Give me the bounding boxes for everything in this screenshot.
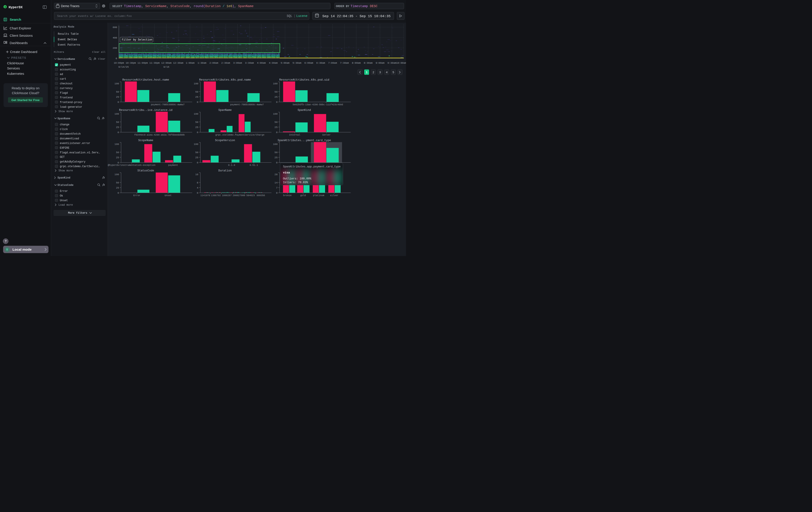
svg-text:frontend: frontend — [60, 96, 73, 99]
svg-text:Show more: Show more — [58, 110, 73, 113]
svg-text:Error: Error — [60, 190, 68, 193]
svg-text:Results Table: Results Table — [58, 32, 79, 36]
svg-text:Ok: Ok — [60, 194, 63, 197]
svg-text:Kubernetes: Kubernetes — [7, 72, 24, 76]
svg-text:frontend-proxy: frontend-proxy — [60, 101, 82, 104]
svg-text:ad: ad — [60, 73, 63, 76]
svg-text:Search: Search — [10, 18, 21, 21]
svg-text:HyperDX: HyperDX — [9, 5, 23, 9]
svg-text:Create Dashboard: Create Dashboard — [10, 50, 37, 54]
svg-text:Sep 14 22:04:35 - Sep 15 10:04: Sep 14 22:04:35 - Sep 15 10:04:35 — [322, 14, 391, 18]
svg-text:accounting: accounting — [60, 68, 76, 71]
svg-text:,: , — [190, 4, 192, 8]
svg-text:change: change — [60, 123, 69, 126]
svg-text:Dashboards: Dashboards — [10, 41, 28, 45]
svg-text:Search your events w/ Lucene e: Search your events w/ Lucene ex. column:… — [57, 15, 132, 18]
svg-text:SpanName: SpanName — [236, 4, 254, 8]
svg-text:Timestamp: Timestamp — [124, 4, 141, 8]
svg-text:documentFetch: documentFetch — [60, 132, 81, 136]
svg-text:DESC: DESC — [368, 4, 378, 8]
svg-text:Services: Services — [7, 66, 20, 70]
svg-text:flagd: flagd — [60, 91, 68, 95]
svg-text:Timestamp: Timestamp — [351, 4, 368, 8]
svg-text:ServiceName: ServiceName — [143, 4, 167, 8]
svg-text:Ready to deploy on: Ready to deploy on — [12, 86, 39, 90]
svg-text:checkout: checkout — [60, 82, 73, 85]
svg-text:ORDER BY: ORDER BY — [336, 5, 350, 8]
svg-text:Get Started for Free: Get Started for Free — [11, 99, 39, 102]
svg-text:,: , — [167, 4, 169, 8]
svg-text:Lucene: Lucene — [296, 14, 308, 18]
svg-text:documentLoad: documentLoad — [60, 137, 79, 140]
svg-text:StatusCode: StatusCode — [169, 4, 190, 8]
svg-text:currency: currency — [60, 87, 73, 90]
svg-text:Event Deltas: Event Deltas — [58, 38, 77, 41]
svg-text:5: 5 — [393, 71, 394, 74]
svg-text:3: 3 — [379, 71, 381, 74]
svg-text:PRESETS: PRESETS — [11, 56, 26, 59]
svg-text:grpc.oteldemo.CartServic…: grpc.oteldemo.CartServic… — [60, 165, 100, 168]
svg-text:Event Patterns: Event Patterns — [58, 44, 80, 47]
svg-text:Client Sessions: Client Sessions — [10, 34, 33, 37]
svg-text:ClickHouse: ClickHouse — [7, 61, 24, 65]
svg-text:cart: cart — [60, 78, 66, 81]
svg-text:eventListener.error: eventListener.error — [60, 142, 90, 145]
svg-text:,: , — [234, 4, 236, 8]
svg-text:Chart Explorer: Chart Explorer — [10, 26, 31, 30]
svg-text:Show more: Show more — [58, 169, 73, 172]
svg-text:Clear all: Clear all — [92, 51, 106, 53]
svg-text:StatusCode: StatusCode — [58, 184, 74, 187]
svg-text:More filters: More filters — [68, 212, 87, 215]
svg-text:|: | — [294, 14, 295, 18]
svg-text:/: / — [221, 4, 227, 8]
svg-text:payment: payment — [60, 63, 71, 66]
svg-text:GET: GET — [60, 156, 65, 159]
svg-text:1: 1 — [366, 71, 368, 74]
svg-text:load-generator: load-generator — [60, 106, 82, 109]
svg-text:SELECT: SELECT — [112, 5, 124, 8]
svg-text:Clear: Clear — [98, 58, 106, 60]
svg-text:,: , — [141, 4, 143, 8]
svg-text:Load more: Load more — [58, 204, 73, 207]
svg-text:ServiceName: ServiceName — [58, 58, 75, 61]
svg-text:EXPIRE: EXPIRE — [60, 146, 69, 150]
svg-text:1e6: 1e6 — [227, 4, 232, 8]
svg-text:Filters: Filters — [54, 51, 64, 53]
svg-text:SQL: SQL — [287, 14, 292, 18]
svg-text:Unset: Unset — [60, 199, 68, 202]
svg-text:?: ? — [5, 239, 7, 243]
svg-text:): ) — [232, 4, 234, 8]
svg-text:round(: round( — [192, 4, 205, 8]
svg-text:Analysis Mode: Analysis Mode — [54, 25, 75, 28]
svg-text:Demo Traces: Demo Traces — [61, 4, 79, 8]
svg-text:Local mode: Local mode — [12, 247, 32, 251]
svg-text:flagd.evaluation.v1.Serv…: flagd.evaluation.v1.Serv… — [60, 151, 100, 154]
svg-text:ClickHouse Cloud?: ClickHouse Cloud? — [12, 91, 39, 95]
svg-text:Duration: Duration — [205, 4, 221, 8]
svg-text:SpanKind: SpanKind — [58, 176, 70, 180]
svg-text:2: 2 — [372, 71, 374, 74]
svg-text:U: U — [6, 248, 8, 251]
svg-text:4: 4 — [386, 71, 387, 74]
svg-text:getAdsByCategory: getAdsByCategory — [60, 160, 85, 163]
svg-text:SpanName: SpanName — [58, 117, 70, 120]
svg-text:click: click — [60, 128, 68, 131]
